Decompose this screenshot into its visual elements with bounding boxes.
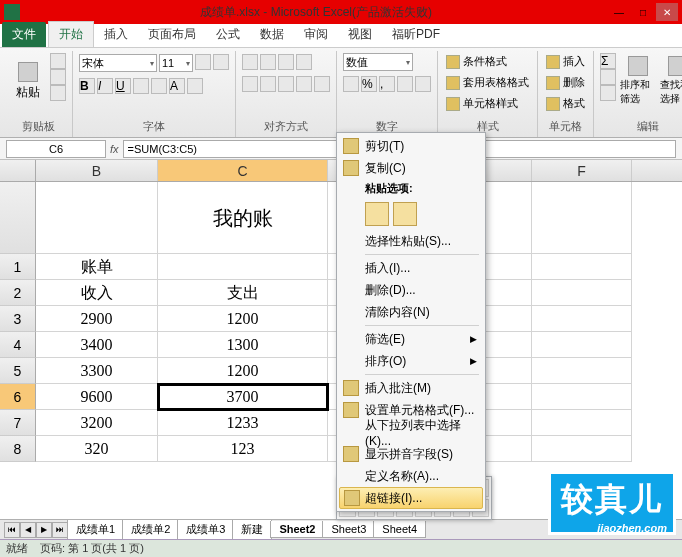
cell[interactable]: 3400 [36,332,158,358]
cell[interactable]: 账单 [36,254,158,280]
cell[interactable]: 2900 [36,306,158,332]
cm-comment[interactable]: 插入批注(M) [339,377,483,399]
cell[interactable] [532,384,632,410]
cell[interactable] [158,254,328,280]
cm-clear[interactable]: 清除内容(N) [339,301,483,323]
indent-dec-icon[interactable] [296,76,312,92]
row-header[interactable]: 7 [0,410,36,436]
row-header[interactable]: 2 [0,280,36,306]
grow-font-icon[interactable] [195,54,211,70]
cell[interactable] [532,306,632,332]
fill-icon[interactable] [600,69,616,85]
cm-copy[interactable]: 复制(C) [339,157,483,179]
paste-option-icon[interactable] [365,202,389,226]
tab-insert[interactable]: 插入 [94,22,138,47]
cell[interactable] [532,332,632,358]
cell[interactable] [532,182,632,254]
align-bottom-icon[interactable] [278,54,294,70]
cell[interactable]: 1233 [158,410,328,436]
tab-nav-prev[interactable]: ◀ [20,522,36,538]
tab-foxit[interactable]: 福昕PDF [382,22,450,47]
row-header[interactable]: 4 [0,332,36,358]
fx-icon[interactable]: fx [110,143,119,155]
tab-nav-last[interactable]: ⏭ [52,522,68,538]
cell[interactable]: 收入 [36,280,158,306]
autosum-icon[interactable]: Σ [600,53,616,69]
paste-option-icon[interactable] [393,202,417,226]
sheet-tab[interactable]: 成绩单2 [122,520,179,540]
cm-sort[interactable]: 排序(O)▶ [339,350,483,372]
cell[interactable]: 123 [158,436,328,462]
tab-review[interactable]: 审阅 [294,22,338,47]
cm-pinyin[interactable]: 显示拼音字段(S) [339,443,483,465]
row-header[interactable]: 8 [0,436,36,462]
cell[interactable]: 支出 [158,280,328,306]
sheet-tab[interactable]: Sheet2 [270,521,324,538]
dec-decimal-icon[interactable] [415,76,431,92]
select-all-corner[interactable] [0,160,36,181]
cell[interactable] [532,280,632,306]
maximize-button[interactable]: □ [632,3,654,21]
fill-color-icon[interactable] [151,78,167,94]
active-cell[interactable]: 3700 [158,384,328,410]
tab-view[interactable]: 视图 [338,22,382,47]
orientation-icon[interactable] [296,54,312,70]
tab-nav-first[interactable]: ⏮ [4,522,20,538]
tab-data[interactable]: 数据 [250,22,294,47]
minimize-button[interactable]: — [608,3,630,21]
format-painter-icon[interactable] [50,85,66,101]
row-header[interactable]: 3 [0,306,36,332]
sheet-tab[interactable]: 成绩单1 [67,520,124,540]
italic-icon[interactable]: I [97,78,113,94]
cell[interactable]: 9600 [36,384,158,410]
cm-hyperlink[interactable]: 超链接(I)... [339,487,483,509]
col-header-f[interactable]: F [532,160,632,181]
cell-styles-button[interactable]: 单元格样式 [444,95,520,112]
font-size-combo[interactable]: 11▾ [159,54,193,72]
bold-icon[interactable]: B [79,78,95,94]
cell[interactable]: 1200 [158,358,328,384]
align-top-icon[interactable] [242,54,258,70]
row-header[interactable]: 6 [0,384,36,410]
sheet-tab[interactable]: 新建 [232,520,272,540]
copy-icon[interactable] [50,69,66,85]
percent-icon[interactable]: % [361,76,377,92]
cell[interactable] [532,410,632,436]
row-header[interactable]: 1 [0,254,36,280]
cell[interactable]: 1200 [158,306,328,332]
cm-define-name[interactable]: 定义名称(A)... [339,465,483,487]
cell[interactable] [532,436,632,462]
cell[interactable]: 320 [36,436,158,462]
cm-delete[interactable]: 删除(D)... [339,279,483,301]
pinyin-icon[interactable] [187,78,203,94]
inc-decimal-icon[interactable] [397,76,413,92]
cm-dropdown-pick[interactable]: 从下拉列表中选择(K)... [339,421,483,443]
paste-button[interactable]: 粘贴 [10,53,46,109]
cut-icon[interactable] [50,53,66,69]
align-left-icon[interactable] [242,76,258,92]
cell[interactable] [532,254,632,280]
align-right-icon[interactable] [278,76,294,92]
cm-filter[interactable]: 筛选(E)▶ [339,328,483,350]
underline-icon[interactable]: U [115,78,131,94]
tab-formulas[interactable]: 公式 [206,22,250,47]
sheet-tab[interactable]: 成绩单3 [177,520,234,540]
tab-layout[interactable]: 页面布局 [138,22,206,47]
format-cells-button[interactable]: 格式 [544,95,587,112]
cell[interactable] [36,182,158,254]
indent-inc-icon[interactable] [314,76,330,92]
col-header-b[interactable]: B [36,160,158,181]
tab-nav-next[interactable]: ▶ [36,522,52,538]
comma-icon[interactable]: , [379,76,395,92]
cell[interactable]: 3200 [36,410,158,436]
align-middle-icon[interactable] [260,54,276,70]
sheet-tab[interactable]: Sheet3 [322,521,375,538]
align-center-icon[interactable] [260,76,276,92]
cell[interactable]: 3300 [36,358,158,384]
cell[interactable]: 1300 [158,332,328,358]
clear-icon[interactable] [600,85,616,101]
number-format-combo[interactable]: 数值▾ [343,53,413,71]
border-icon[interactable] [133,78,149,94]
cell[interactable] [532,358,632,384]
row-header[interactable]: 5 [0,358,36,384]
